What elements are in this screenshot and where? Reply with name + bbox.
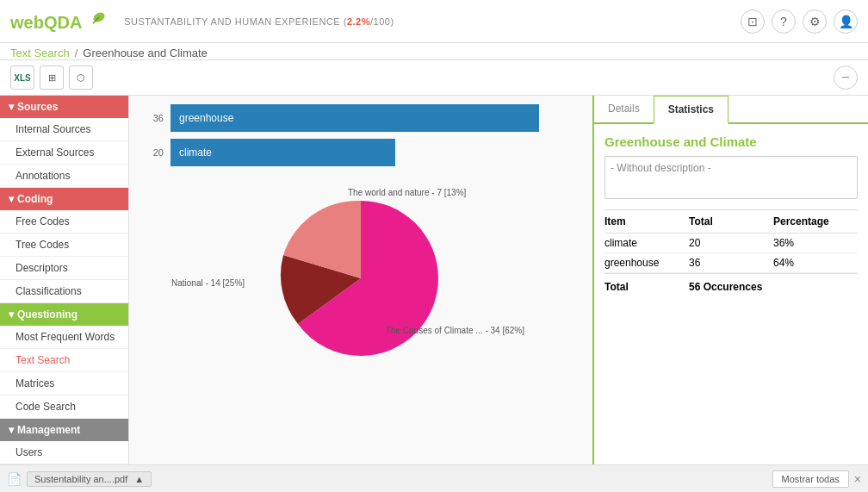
sidebar-header-sources[interactable]: ▾ Sources: [0, 96, 128, 118]
stats-pct-climate: 36%: [773, 237, 858, 249]
sidebar-item-external-sources[interactable]: External Sources: [0, 141, 128, 165]
chevron-down-icon-management: ▾: [9, 424, 14, 436]
tab-details[interactable]: Details: [594, 96, 654, 122]
sidebar-header-coding[interactable]: ▾ Coding: [0, 188, 128, 210]
stats-total-greenhouse: 36: [689, 257, 773, 269]
sidebar-item-internal-sources[interactable]: Internal Sources: [0, 118, 128, 141]
chevron-down-icon-coding: ▾: [9, 193, 14, 205]
sidebar-coding-label: Coding: [17, 193, 53, 205]
bar-row-climate: 20 climate: [142, 139, 580, 166]
panel-description: - Without description -: [604, 156, 858, 199]
sidebar-item-descriptors[interactable]: Descriptors: [0, 257, 128, 280]
bar-text-climate: climate: [179, 146, 212, 159]
stats-col-item-header: Item: [604, 215, 689, 227]
stats-item-climate: climate: [604, 237, 689, 249]
project-title: SUSTANTABILITY AND HUMAN EXPERIENCE (2.2…: [124, 16, 741, 27]
header-icons: ⊡ ? ⚙ 👤: [741, 9, 858, 34]
minimize-button[interactable]: −: [834, 65, 858, 90]
sidebar-header-management[interactable]: ▾ Management: [0, 419, 128, 441]
bar-container-climate: climate: [170, 139, 580, 166]
close-button[interactable]: ×: [854, 472, 861, 486]
monitor-icon-btn[interactable]: ⊡: [741, 9, 765, 34]
bottom-file-name: Sustentability an....pdf ▲: [27, 471, 152, 487]
file-icon: 📄: [7, 472, 22, 486]
stats-item-greenhouse: greenhouse: [604, 257, 689, 269]
sidebar-section-coding: ▾ Coding Free Codes Tree Codes Descripto…: [0, 188, 128, 303]
export-button[interactable]: ⬡: [69, 65, 93, 90]
breadcrumb: Text Search / Greenhouse and Climate: [10, 47, 858, 59]
mostrar-todas-button[interactable]: Mostrar todas: [772, 470, 849, 488]
help-icon-btn[interactable]: ?: [772, 9, 796, 34]
bar-greenhouse: greenhouse: [170, 104, 539, 132]
stats-row-climate: climate 20 36%: [604, 234, 858, 253]
sidebar-item-free-codes[interactable]: Free Codes: [0, 210, 128, 234]
pie-label-world: The world and nature - 7 [13%]: [348, 188, 466, 197]
logo-web: web: [10, 13, 44, 32]
settings-icon-btn[interactable]: ⚙: [803, 9, 827, 34]
right-panel: Details Statistics Greenhouse and Climat…: [592, 96, 868, 464]
toolbar: XLS ⊞ ⬡ −: [0, 60, 868, 96]
pie-chart-svg: [275, 192, 447, 364]
pie-label-causes: The Causes of Climate ... - 34 [62%]: [386, 326, 524, 335]
bottom-bar: 📄 Sustentability an....pdf ▲ Mostrar tod…: [0, 464, 868, 492]
sidebar-questioning-label: Questioning: [17, 308, 78, 321]
sidebar-section-questioning: ▾ Questioning Most Frequent Words Text S…: [0, 303, 128, 419]
chevron-down-icon: ▾: [9, 101, 14, 113]
user-icon-btn[interactable]: 👤: [834, 9, 858, 34]
pie-chart-container: The world and nature - 7 [13%] National …: [214, 192, 507, 364]
bar-climate: climate: [170, 139, 395, 166]
stats-total-row: Total 56 Occurences: [604, 273, 858, 300]
grid-button[interactable]: ⊞: [40, 65, 64, 90]
breadcrumb-separator: /: [75, 47, 78, 59]
grid-icon: ⊞: [48, 72, 56, 84]
excel-button[interactable]: XLS: [10, 65, 34, 90]
stats-col-pct-header: Percentage: [773, 215, 858, 227]
file-name-text: Sustentability an....pdf: [34, 474, 127, 484]
breadcrumb-link[interactable]: Text Search: [10, 47, 70, 59]
stats-header: Item Total Percentage: [604, 210, 858, 234]
sidebar-management-label: Management: [17, 424, 80, 436]
minus-icon: −: [841, 70, 849, 85]
bar-label-climate: 20: [142, 147, 164, 158]
sidebar-item-code-search[interactable]: Code Search: [0, 395, 128, 419]
bar-text-greenhouse: greenhouse: [179, 112, 233, 124]
stats-total-climate: 20: [689, 237, 773, 249]
sidebar-section-sources: ▾ Sources Internal Sources External Sour…: [0, 96, 128, 188]
panel-content: Greenhouse and Climate - Without descrip…: [594, 124, 868, 310]
stats-row-greenhouse: greenhouse 36 64%: [604, 253, 858, 273]
stats-pct-greenhouse: 64%: [773, 257, 858, 269]
sidebar-item-users[interactable]: Users: [0, 441, 128, 464]
content-area: 36 greenhouse 20 climate: [129, 96, 868, 464]
sidebar-item-tree-codes[interactable]: Tree Codes: [0, 234, 128, 257]
stats-col-total-header: Total: [689, 215, 773, 227]
sidebar-item-matrices[interactable]: Matrices: [0, 372, 128, 395]
sidebar-item-most-frequent-words[interactable]: Most Frequent Words: [0, 326, 128, 349]
tabs-row: Details Statistics: [594, 96, 868, 124]
bar-container-greenhouse: greenhouse: [170, 104, 580, 132]
sidebar-item-annotations[interactable]: Annotations: [0, 165, 128, 188]
pie-label-national: National - 14 [25%]: [171, 278, 245, 288]
logo: webQDA: [10, 9, 107, 33]
subheader: Text Search / Greenhouse and Climate: [0, 43, 868, 60]
sidebar-item-text-search[interactable]: Text Search: [0, 349, 128, 372]
bar-row-greenhouse: 36 greenhouse: [142, 104, 580, 132]
chevron-up-icon: ▲: [134, 474, 144, 484]
excel-icon: XLS: [14, 73, 30, 83]
tab-statistics[interactable]: Statistics: [654, 96, 728, 124]
bar-label-greenhouse: 36: [142, 113, 164, 123]
sidebar-item-classifications[interactable]: Classifications: [0, 280, 128, 303]
chevron-down-icon-questioning: ▾: [9, 308, 14, 321]
stats-total-label: Total: [604, 281, 689, 293]
main-layout: ▾ Sources Internal Sources External Sour…: [0, 96, 868, 464]
logo-leaf-icon: [88, 9, 107, 28]
project-score: 2.2%: [347, 16, 370, 27]
chart-area: 36 greenhouse 20 climate: [129, 96, 592, 464]
sidebar-header-questioning[interactable]: ▾ Questioning: [0, 303, 128, 326]
sidebar: ▾ Sources Internal Sources External Sour…: [0, 96, 129, 464]
sidebar-sources-label: Sources: [17, 101, 58, 113]
logo-qda: QDA: [44, 13, 82, 32]
bar-chart: 36 greenhouse 20 climate: [142, 104, 580, 166]
stats-table: Item Total Percentage climate 20 36% gre…: [604, 209, 858, 300]
header: webQDA SUSTANTABILITY AND HUMAN EXPERIEN…: [0, 0, 868, 43]
export-icon: ⬡: [77, 72, 85, 84]
